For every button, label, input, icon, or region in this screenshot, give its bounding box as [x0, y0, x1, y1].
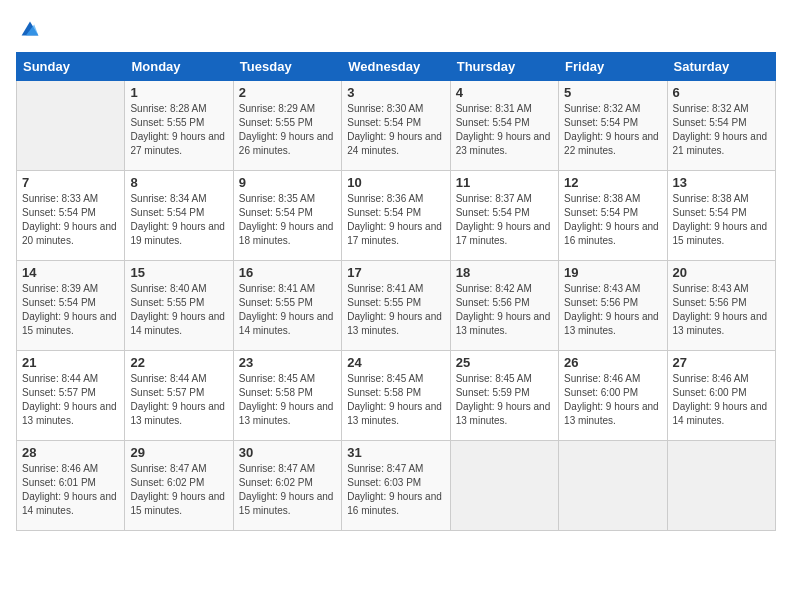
- calendar-cell: 14Sunrise: 8:39 AMSunset: 5:54 PMDayligh…: [17, 261, 125, 351]
- day-number: 6: [673, 85, 770, 100]
- calendar-cell: 27Sunrise: 8:46 AMSunset: 6:00 PMDayligh…: [667, 351, 775, 441]
- logo-icon: [16, 16, 44, 44]
- day-number: 3: [347, 85, 444, 100]
- day-number: 23: [239, 355, 336, 370]
- calendar-cell: 6Sunrise: 8:32 AMSunset: 5:54 PMDaylight…: [667, 81, 775, 171]
- day-number: 25: [456, 355, 553, 370]
- day-info: Sunrise: 8:32 AMSunset: 5:54 PMDaylight:…: [673, 102, 770, 158]
- header-monday: Monday: [125, 53, 233, 81]
- calendar-cell: 2Sunrise: 8:29 AMSunset: 5:55 PMDaylight…: [233, 81, 341, 171]
- day-info: Sunrise: 8:45 AMSunset: 5:58 PMDaylight:…: [347, 372, 444, 428]
- calendar-cell: 7Sunrise: 8:33 AMSunset: 5:54 PMDaylight…: [17, 171, 125, 261]
- day-number: 14: [22, 265, 119, 280]
- day-info: Sunrise: 8:36 AMSunset: 5:54 PMDaylight:…: [347, 192, 444, 248]
- day-number: 26: [564, 355, 661, 370]
- calendar-cell: 21Sunrise: 8:44 AMSunset: 5:57 PMDayligh…: [17, 351, 125, 441]
- calendar-table: SundayMondayTuesdayWednesdayThursdayFrid…: [16, 52, 776, 531]
- calendar-cell: [17, 81, 125, 171]
- logo: [16, 16, 48, 44]
- day-number: 7: [22, 175, 119, 190]
- day-number: 2: [239, 85, 336, 100]
- day-info: Sunrise: 8:30 AMSunset: 5:54 PMDaylight:…: [347, 102, 444, 158]
- day-info: Sunrise: 8:43 AMSunset: 5:56 PMDaylight:…: [673, 282, 770, 338]
- header-thursday: Thursday: [450, 53, 558, 81]
- calendar-cell: 16Sunrise: 8:41 AMSunset: 5:55 PMDayligh…: [233, 261, 341, 351]
- day-info: Sunrise: 8:33 AMSunset: 5:54 PMDaylight:…: [22, 192, 119, 248]
- calendar-cell: 9Sunrise: 8:35 AMSunset: 5:54 PMDaylight…: [233, 171, 341, 261]
- day-number: 24: [347, 355, 444, 370]
- day-info: Sunrise: 8:32 AMSunset: 5:54 PMDaylight:…: [564, 102, 661, 158]
- day-info: Sunrise: 8:44 AMSunset: 5:57 PMDaylight:…: [22, 372, 119, 428]
- day-info: Sunrise: 8:43 AMSunset: 5:56 PMDaylight:…: [564, 282, 661, 338]
- calendar-cell: 10Sunrise: 8:36 AMSunset: 5:54 PMDayligh…: [342, 171, 450, 261]
- day-info: Sunrise: 8:42 AMSunset: 5:56 PMDaylight:…: [456, 282, 553, 338]
- calendar-cell: 8Sunrise: 8:34 AMSunset: 5:54 PMDaylight…: [125, 171, 233, 261]
- calendar-cell: 13Sunrise: 8:38 AMSunset: 5:54 PMDayligh…: [667, 171, 775, 261]
- header-saturday: Saturday: [667, 53, 775, 81]
- day-number: 1: [130, 85, 227, 100]
- calendar-week-row: 1Sunrise: 8:28 AMSunset: 5:55 PMDaylight…: [17, 81, 776, 171]
- day-info: Sunrise: 8:40 AMSunset: 5:55 PMDaylight:…: [130, 282, 227, 338]
- day-info: Sunrise: 8:46 AMSunset: 6:00 PMDaylight:…: [673, 372, 770, 428]
- day-number: 12: [564, 175, 661, 190]
- day-info: Sunrise: 8:39 AMSunset: 5:54 PMDaylight:…: [22, 282, 119, 338]
- day-number: 27: [673, 355, 770, 370]
- day-info: Sunrise: 8:31 AMSunset: 5:54 PMDaylight:…: [456, 102, 553, 158]
- day-info: Sunrise: 8:41 AMSunset: 5:55 PMDaylight:…: [239, 282, 336, 338]
- page-header: [16, 16, 776, 44]
- calendar-cell: 24Sunrise: 8:45 AMSunset: 5:58 PMDayligh…: [342, 351, 450, 441]
- day-info: Sunrise: 8:28 AMSunset: 5:55 PMDaylight:…: [130, 102, 227, 158]
- calendar-cell: 30Sunrise: 8:47 AMSunset: 6:02 PMDayligh…: [233, 441, 341, 531]
- calendar-week-row: 7Sunrise: 8:33 AMSunset: 5:54 PMDaylight…: [17, 171, 776, 261]
- day-number: 8: [130, 175, 227, 190]
- calendar-header-row: SundayMondayTuesdayWednesdayThursdayFrid…: [17, 53, 776, 81]
- header-sunday: Sunday: [17, 53, 125, 81]
- day-info: Sunrise: 8:46 AMSunset: 6:01 PMDaylight:…: [22, 462, 119, 518]
- calendar-week-row: 14Sunrise: 8:39 AMSunset: 5:54 PMDayligh…: [17, 261, 776, 351]
- day-number: 19: [564, 265, 661, 280]
- day-number: 28: [22, 445, 119, 460]
- day-info: Sunrise: 8:34 AMSunset: 5:54 PMDaylight:…: [130, 192, 227, 248]
- day-info: Sunrise: 8:47 AMSunset: 6:02 PMDaylight:…: [239, 462, 336, 518]
- calendar-cell: 20Sunrise: 8:43 AMSunset: 5:56 PMDayligh…: [667, 261, 775, 351]
- calendar-week-row: 21Sunrise: 8:44 AMSunset: 5:57 PMDayligh…: [17, 351, 776, 441]
- day-number: 10: [347, 175, 444, 190]
- calendar-cell: 11Sunrise: 8:37 AMSunset: 5:54 PMDayligh…: [450, 171, 558, 261]
- header-tuesday: Tuesday: [233, 53, 341, 81]
- calendar-cell: 15Sunrise: 8:40 AMSunset: 5:55 PMDayligh…: [125, 261, 233, 351]
- day-info: Sunrise: 8:47 AMSunset: 6:02 PMDaylight:…: [130, 462, 227, 518]
- calendar-cell: [667, 441, 775, 531]
- day-number: 31: [347, 445, 444, 460]
- day-number: 5: [564, 85, 661, 100]
- calendar-cell: 3Sunrise: 8:30 AMSunset: 5:54 PMDaylight…: [342, 81, 450, 171]
- day-number: 16: [239, 265, 336, 280]
- day-info: Sunrise: 8:44 AMSunset: 5:57 PMDaylight:…: [130, 372, 227, 428]
- calendar-cell: 19Sunrise: 8:43 AMSunset: 5:56 PMDayligh…: [559, 261, 667, 351]
- day-number: 21: [22, 355, 119, 370]
- calendar-cell: 28Sunrise: 8:46 AMSunset: 6:01 PMDayligh…: [17, 441, 125, 531]
- calendar-cell: 22Sunrise: 8:44 AMSunset: 5:57 PMDayligh…: [125, 351, 233, 441]
- day-number: 17: [347, 265, 444, 280]
- day-info: Sunrise: 8:37 AMSunset: 5:54 PMDaylight:…: [456, 192, 553, 248]
- day-info: Sunrise: 8:35 AMSunset: 5:54 PMDaylight:…: [239, 192, 336, 248]
- day-number: 30: [239, 445, 336, 460]
- day-info: Sunrise: 8:41 AMSunset: 5:55 PMDaylight:…: [347, 282, 444, 338]
- calendar-cell: [450, 441, 558, 531]
- calendar-week-row: 28Sunrise: 8:46 AMSunset: 6:01 PMDayligh…: [17, 441, 776, 531]
- calendar-cell: 17Sunrise: 8:41 AMSunset: 5:55 PMDayligh…: [342, 261, 450, 351]
- day-number: 15: [130, 265, 227, 280]
- day-info: Sunrise: 8:47 AMSunset: 6:03 PMDaylight:…: [347, 462, 444, 518]
- calendar-cell: 25Sunrise: 8:45 AMSunset: 5:59 PMDayligh…: [450, 351, 558, 441]
- day-info: Sunrise: 8:29 AMSunset: 5:55 PMDaylight:…: [239, 102, 336, 158]
- calendar-cell: 31Sunrise: 8:47 AMSunset: 6:03 PMDayligh…: [342, 441, 450, 531]
- day-info: Sunrise: 8:38 AMSunset: 5:54 PMDaylight:…: [673, 192, 770, 248]
- day-info: Sunrise: 8:45 AMSunset: 5:59 PMDaylight:…: [456, 372, 553, 428]
- header-friday: Friday: [559, 53, 667, 81]
- calendar-cell: 1Sunrise: 8:28 AMSunset: 5:55 PMDaylight…: [125, 81, 233, 171]
- calendar-cell: 5Sunrise: 8:32 AMSunset: 5:54 PMDaylight…: [559, 81, 667, 171]
- calendar-cell: 18Sunrise: 8:42 AMSunset: 5:56 PMDayligh…: [450, 261, 558, 351]
- day-info: Sunrise: 8:45 AMSunset: 5:58 PMDaylight:…: [239, 372, 336, 428]
- day-number: 9: [239, 175, 336, 190]
- calendar-cell: 29Sunrise: 8:47 AMSunset: 6:02 PMDayligh…: [125, 441, 233, 531]
- day-number: 4: [456, 85, 553, 100]
